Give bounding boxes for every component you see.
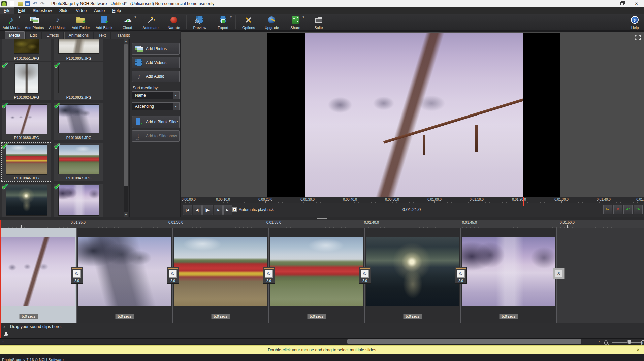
- tab-edit[interactable]: Edit: [26, 32, 41, 39]
- timeline-playhead[interactable]: [0, 220, 1, 338]
- close-button[interactable]: ✕: [629, 0, 644, 7]
- go-to-end-button[interactable]: ▶|: [223, 205, 232, 215]
- slide-3[interactable]: 5.0 secs: [173, 228, 269, 323]
- tab-media[interactable]: Media: [5, 31, 25, 39]
- slide-duration[interactable]: 5.0 secs: [308, 314, 326, 319]
- suite-button[interactable]: Suite: [307, 14, 330, 30]
- media-item[interactable]: P1010605.JPG: [54, 39, 103, 61]
- media-scrollbar[interactable]: ▲ ▼: [124, 39, 128, 217]
- sort-order-select[interactable]: Ascending ▾: [132, 102, 180, 110]
- slide-duration[interactable]: 5.0 secs: [404, 314, 422, 319]
- slide-6[interactable]: 5.0 secs: [461, 228, 557, 323]
- timeline-zoom-slider[interactable]: [612, 342, 641, 343]
- chevron-down-icon[interactable]: ▾: [302, 15, 304, 19]
- transition-button[interactable]: ↻ 2.0: [359, 267, 371, 284]
- chevron-down-icon[interactable]: ▾: [19, 15, 20, 19]
- play-button[interactable]: ▶: [202, 205, 213, 215]
- scrubber-playhead[interactable]: [523, 197, 524, 206]
- media-item[interactable]: P1010551.JPG: [2, 39, 51, 61]
- preview-button[interactable]: Preview: [188, 14, 211, 30]
- splitter-handle[interactable]: [317, 218, 327, 219]
- cloud-button[interactable]: ☁ ▾ Cloud: [116, 14, 139, 30]
- redo-icon[interactable]: ↷: [40, 1, 45, 6]
- menu-video[interactable]: Video: [72, 7, 90, 14]
- timeline-ruler[interactable]: 0:01:25.0 0:01:30.0 0:01:35.0 0:01:40.0 …: [0, 220, 644, 228]
- slide-2[interactable]: 5.0 secs: [77, 228, 173, 323]
- media-item[interactable]: ✔ P1010632.JPG: [54, 62, 103, 100]
- sort-field-select[interactable]: Name ▾: [132, 91, 180, 99]
- add-media-button[interactable]: ♪＋ ▾ Add Media: [0, 14, 23, 30]
- open-project-icon[interactable]: [18, 2, 23, 6]
- media-item[interactable]: ✔ P1010680.JPG: [2, 103, 51, 140]
- slide-duration[interactable]: 5.0 secs: [212, 314, 230, 319]
- automatic-playback-label[interactable]: Automatic playback: [239, 207, 274, 212]
- transition-button[interactable]: ↻ 2.0: [263, 267, 275, 284]
- export-button[interactable]: ▾ Export: [212, 14, 234, 30]
- scroll-up-icon[interactable]: ▲: [124, 39, 128, 44]
- save-project-icon[interactable]: [25, 1, 30, 6]
- narration-track[interactable]: [0, 331, 644, 338]
- chevron-down-icon[interactable]: ▾: [173, 92, 179, 99]
- share-button[interactable]: ▾ Share: [284, 14, 307, 30]
- undo-icon[interactable]: ↶: [32, 1, 38, 6]
- close-icon[interactable]: ✕: [636, 347, 640, 352]
- chevron-down-icon[interactable]: ▾: [173, 103, 179, 110]
- add-blank-slide-button[interactable]: ＋ Add a Blank Slide: [132, 116, 180, 128]
- fullscreen-icon[interactable]: [635, 35, 641, 41]
- delete-button[interactable]: ✕: [613, 205, 622, 214]
- slide-duration[interactable]: 5.0 secs: [20, 314, 38, 319]
- redo-button[interactable]: ↷: [634, 205, 643, 214]
- transition-icon[interactable]: ↻: [73, 270, 81, 278]
- scrollbar-thumb[interactable]: [124, 44, 128, 186]
- scroll-left-icon[interactable]: ‹: [1, 339, 6, 344]
- add-blank-button[interactable]: ＋ Add Blank: [93, 14, 116, 30]
- transition-icon[interactable]: ↻: [457, 270, 465, 278]
- step-back-button[interactable]: ◀|: [193, 205, 202, 215]
- split-scissors-button[interactable]: ✂: [603, 205, 612, 214]
- menu-slide[interactable]: Slide: [56, 7, 72, 14]
- end-of-slideshow-marker[interactable]: X: [553, 268, 565, 279]
- add-to-slideshow-button[interactable]: ↓┄┄ Add to Slideshow: [132, 130, 180, 142]
- undo-button[interactable]: ↶: [623, 205, 633, 214]
- add-audio-side-button[interactable]: ♪ Add Audio: [132, 71, 180, 82]
- tab-text[interactable]: Text: [94, 32, 110, 39]
- slide-1-selected[interactable]: 5.0 secs: [0, 228, 77, 323]
- tab-animations[interactable]: Animations: [64, 32, 93, 39]
- media-item-selected[interactable]: ✔ P1010846.JPG: [2, 143, 51, 181]
- timeline-scrollbar[interactable]: ‹ › − +: [0, 338, 644, 344]
- media-item[interactable]: ✔: [2, 184, 51, 217]
- media-item[interactable]: ✔ P1010624.JPG: [2, 62, 51, 100]
- scroll-right-icon[interactable]: ›: [596, 339, 602, 344]
- new-project-icon[interactable]: [10, 1, 14, 6]
- menu-edit[interactable]: Edit: [14, 7, 29, 14]
- slide-5[interactable]: 5.0 secs: [365, 228, 461, 323]
- chevron-down-icon[interactable]: ▾: [134, 15, 136, 19]
- options-button[interactable]: Options: [237, 14, 260, 30]
- automatic-playback-checkbox[interactable]: ✔: [232, 207, 237, 212]
- menu-slideshow[interactable]: Slideshow: [29, 7, 56, 14]
- add-videos-side-button[interactable]: Add Videos: [132, 57, 180, 68]
- transition-button[interactable]: ↻ 2.0: [455, 267, 467, 284]
- horizontal-splitter[interactable]: [0, 217, 644, 220]
- slide-4[interactable]: 5.0 secs: [269, 228, 365, 323]
- menu-help[interactable]: Help: [108, 7, 125, 14]
- step-forward-button[interactable]: |▶: [214, 205, 223, 215]
- narrate-button[interactable]: Narrate: [162, 14, 185, 30]
- add-photos-side-button[interactable]: Add Photos: [132, 43, 180, 55]
- chevron-down-icon[interactable]: ▾: [230, 15, 232, 19]
- transition-button[interactable]: ↻ 2.0: [167, 267, 179, 284]
- preview-scrubber[interactable]: 0:00:00.0 0:00:10.0 0:00:20.0 0:00:30.0 …: [181, 197, 644, 203]
- automate-button[interactable]: ✦✦ Automate: [139, 14, 162, 30]
- minimize-button[interactable]: [599, 0, 614, 7]
- upgrade-button[interactable]: Upgrade: [260, 14, 283, 30]
- transition-icon[interactable]: ↻: [169, 270, 177, 278]
- tab-effects[interactable]: Effects: [42, 32, 63, 39]
- transition-icon[interactable]: ↻: [265, 270, 273, 278]
- transition-icon[interactable]: ↻: [361, 270, 369, 278]
- sound-track[interactable]: ♪ Drag your sound clips here.: [0, 323, 644, 331]
- menu-audio[interactable]: Audio: [90, 7, 108, 14]
- scrollbar-thumb[interactable]: [347, 339, 581, 344]
- add-photos-button[interactable]: Add Photos: [23, 14, 46, 30]
- zoom-slider-handle[interactable]: [627, 340, 631, 344]
- add-music-button[interactable]: ♪ Add Music: [46, 14, 69, 30]
